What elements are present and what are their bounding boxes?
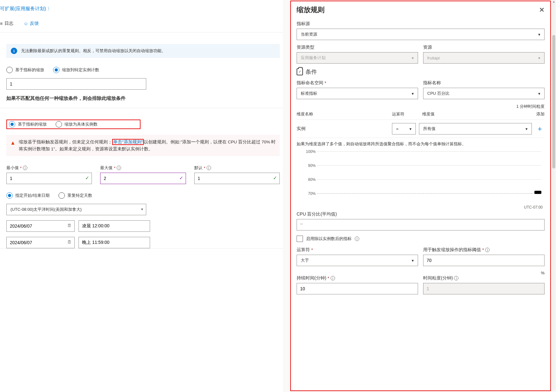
radio-label: 指定开始/结束日期	[15, 193, 50, 198]
resource-label: 资源	[423, 45, 545, 50]
operator-value: 大于	[301, 258, 309, 263]
grain-label: 时间粒度(分钟)	[423, 275, 453, 281]
scrollbar-thumb[interactable]	[552, 35, 555, 168]
threshold-input[interactable]	[423, 255, 545, 266]
info-icon[interactable]: i	[117, 166, 121, 170]
radio-label: 基于指标的缩放	[15, 67, 44, 73]
radio-metric-scale-2[interactable]: 基于指标的缩放	[9, 121, 47, 127]
resource-type-select: 应用服务计划 ▾	[297, 52, 418, 64]
radio-repeat-days[interactable]: 重复特定天数	[58, 192, 92, 199]
metric-name-select[interactable]: CPU 百分比 ▾	[423, 88, 545, 99]
metric-name-label: 指标名称	[423, 80, 545, 86]
warn-pre: 缩放基于指标触发器规则，但未定义任何规则；	[19, 140, 112, 144]
grain-input	[423, 283, 545, 294]
operator-select[interactable]: 大于 ▾	[297, 255, 418, 266]
info-icon[interactable]: i	[454, 276, 458, 280]
chevron-right-icon: 〉	[47, 6, 52, 11]
metric-source-value: 当前资源	[301, 31, 317, 37]
scroll-up-icon[interactable]: ▴	[552, 0, 555, 4]
radio-date-range[interactable]: 指定开始/结束日期	[6, 192, 50, 199]
instance-count-input[interactable]	[6, 78, 146, 90]
logs-label: 日志	[4, 21, 13, 26]
resource-value: fruitapi	[427, 56, 440, 60]
close-icon[interactable]: ✕	[539, 6, 545, 14]
percent-label: %	[297, 271, 545, 275]
chevron-down-icon: ▾	[525, 127, 528, 131]
chevron-down-icon: ▾	[538, 91, 540, 96]
metric-source-select[interactable]: 当前资源 ▾	[297, 29, 545, 40]
cpu-avg-label: CPU 百分比(平均值)	[297, 211, 545, 217]
chevron-down-icon: ▾	[538, 32, 540, 37]
add-dimension-button[interactable]: ＋	[535, 124, 545, 134]
logs-button[interactable]: ≡ 日志	[0, 21, 13, 26]
metric-chart: 100% 90% 80% 70% UTC-07:00	[303, 151, 543, 204]
ytick: 90%	[303, 163, 316, 168]
dimension-val-select[interactable]: 所有值 ▾	[419, 123, 532, 134]
info-icon[interactable]: i	[23, 166, 27, 170]
duration-label: 持续时间(分钟)	[297, 275, 326, 281]
start-time-input[interactable]	[79, 220, 150, 232]
info-icon: i	[11, 48, 17, 54]
resource-type-label: 资源类型	[297, 45, 418, 50]
feedback-label: 反馈	[30, 21, 39, 26]
default-input[interactable]	[194, 173, 280, 184]
namespace-label: 指标命名空间	[297, 80, 323, 86]
info-icon[interactable]: i	[485, 248, 490, 252]
min-label: 最小值	[6, 165, 19, 171]
condition-header: 条件	[305, 68, 317, 76]
duration-input[interactable]	[297, 283, 418, 294]
radio-metric-scale-1[interactable]: 基于指标的缩放	[6, 67, 44, 73]
chart-timezone: UTC-07:00	[524, 205, 543, 210]
start-date-input[interactable]	[6, 220, 75, 232]
chevron-down-icon: ▾	[409, 127, 412, 131]
dim-val-value: 所有值	[423, 126, 436, 132]
timezone-select[interactable]: (UTC-08:00)太平洋时间(美国和加拿大) ▾	[6, 204, 146, 215]
divide-label: 启用除以实例数后的指标	[306, 236, 352, 242]
max-input[interactable]	[100, 173, 186, 184]
check-icon: ✓	[85, 175, 89, 181]
granularity-note: 1 分钟时间粒度	[297, 104, 545, 109]
exclude-condition-text: 如果不匹配其他任何一种缩放条件，则会排除此缩放条件	[6, 95, 280, 101]
panel-title: 缩放规则	[297, 5, 325, 15]
calendar-icon[interactable]: 🗓	[67, 240, 72, 244]
dim-add-header: 添加	[529, 111, 545, 117]
default-label: 默认	[194, 165, 202, 171]
clipboard-icon	[297, 68, 303, 75]
dim-op-header: 运算符	[392, 111, 422, 117]
chart-data-point	[534, 191, 541, 194]
namespace-select[interactable]: 标准指标 ▾	[297, 88, 418, 99]
add-rule-link[interactable]: 单击"添加规则"	[112, 139, 144, 145]
chevron-down-icon: ▾	[538, 56, 540, 60]
warning-banner: ▲ 缩放基于指标触发器规则，但未定义任何规则；单击"添加规则"以创建规则。例如:…	[6, 135, 280, 156]
breadcrumb-link[interactable]: 可扩展(应用服务计划)	[0, 6, 46, 11]
radio-instance-count-1[interactable]: 缩放到特定实例计数	[53, 67, 99, 73]
end-date-input[interactable]	[6, 237, 75, 248]
radio-label: 缩放到特定实例计数	[62, 67, 99, 73]
info-icon[interactable]: i	[331, 276, 335, 280]
radio-instance-count-2[interactable]: 缩放为具体实例数	[56, 121, 98, 127]
ytick: 100%	[303, 149, 316, 154]
dimension-note: 如果为维度选择了多个值，则自动缩放将跨所选值聚合指标，而不会为每个值单独计算指标…	[297, 141, 545, 147]
check-icon: ✓	[273, 175, 277, 181]
cpu-avg-box: --	[297, 219, 545, 230]
threshold-label: 用于触发缩放操作的指标阈值	[423, 247, 481, 253]
feedback-icon: ☺	[24, 21, 28, 26]
ytick: 70%	[303, 191, 316, 196]
feedback-button[interactable]: ☺ 反馈	[24, 21, 39, 26]
chevron-down-icon: ▾	[412, 258, 414, 263]
resource-select: fruitapi ▾	[423, 52, 545, 64]
max-label: 最大值	[100, 165, 113, 171]
dim-name-header: 维度名称	[297, 111, 392, 117]
dimension-name: 实例	[297, 126, 389, 132]
dimension-op-select[interactable]: = ▾	[392, 123, 416, 134]
dim-op-value: =	[396, 127, 399, 131]
info-icon[interactable]: i	[355, 237, 359, 241]
dim-val-header: 维度值	[422, 111, 529, 117]
min-input[interactable]	[6, 173, 92, 184]
divide-by-instance-checkbox[interactable]	[297, 236, 303, 242]
end-time-input[interactable]	[79, 237, 150, 248]
calendar-icon[interactable]: 🗓	[67, 223, 72, 228]
warning-icon: ▲	[10, 139, 16, 152]
check-icon: ✓	[179, 175, 183, 181]
info-icon[interactable]: i	[207, 166, 211, 170]
